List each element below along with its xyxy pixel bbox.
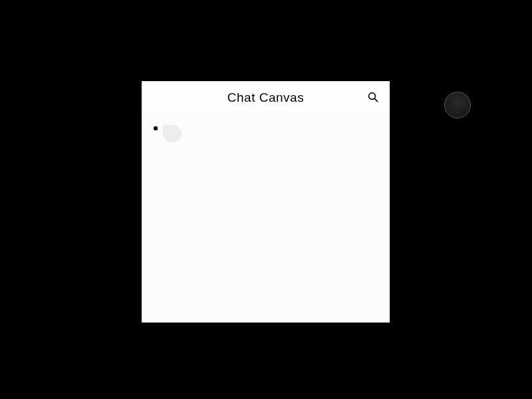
svg-line-1 — [374, 98, 377, 101]
canvas-content[interactable] — [142, 114, 390, 323]
panel-header: Chat Canvas — [142, 81, 390, 114]
message-bubble[interactable] — [163, 125, 182, 142]
message-row — [154, 124, 378, 142]
search-icon — [367, 91, 379, 105]
status-dot — [154, 126, 158, 130]
floating-action-circle[interactable] — [444, 92, 471, 118]
search-button[interactable] — [366, 90, 380, 105]
panel-title: Chat Canvas — [227, 90, 304, 105]
chat-canvas-panel: Chat Canvas — [142, 81, 390, 323]
